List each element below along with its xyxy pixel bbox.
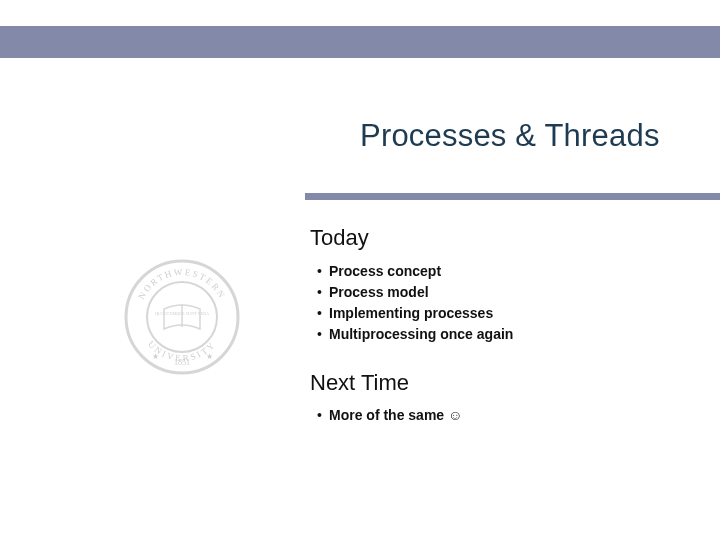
bullet-text: Process concept	[329, 263, 441, 279]
list-item: •Multiprocessing once again	[317, 324, 513, 345]
svg-text:★: ★	[206, 352, 213, 361]
svg-text:★: ★	[152, 352, 159, 361]
today-bullets: •Process concept •Process model •Impleme…	[317, 261, 513, 345]
list-item: •Process model	[317, 282, 513, 303]
seal-motto-text: QUAECUMQUE SUNT VERA	[155, 311, 209, 316]
title-underline	[305, 193, 720, 200]
university-seal: NORTHWESTERN UNIVERSITY QUAECUMQUE SUNT …	[122, 257, 242, 377]
list-item: •Process concept	[317, 261, 513, 282]
bullet-text: Implementing processes	[329, 305, 493, 321]
bullet-text: Process model	[329, 284, 429, 300]
seal-year: 1851	[174, 358, 190, 367]
section-heading-today: Today	[310, 225, 369, 251]
list-item: •Implementing processes	[317, 303, 513, 324]
next-bullets: •More of the same ☺	[317, 405, 462, 426]
section-heading-next: Next Time	[310, 370, 409, 396]
bullet-text: More of the same ☺	[329, 407, 462, 423]
header-band	[0, 26, 720, 58]
slide-title: Processes & Threads	[360, 118, 700, 154]
bullet-text: Multiprocessing once again	[329, 326, 513, 342]
list-item: •More of the same ☺	[317, 405, 462, 426]
